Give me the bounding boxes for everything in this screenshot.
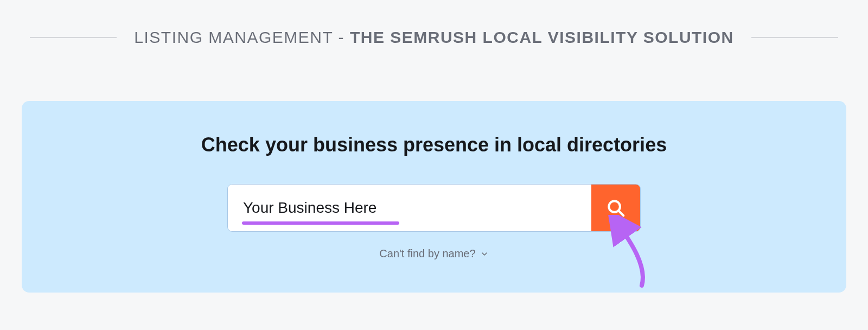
header-title-light: LISTING MANAGEMENT - — [134, 28, 350, 46]
hint-label: Can't find by name? — [379, 248, 475, 260]
header-title: LISTING MANAGEMENT - THE SEMRUSH LOCAL V… — [134, 28, 733, 47]
search-button[interactable] — [591, 185, 640, 231]
input-highlight-underline — [242, 221, 399, 225]
header-divider-right — [751, 37, 838, 38]
search-row — [228, 185, 640, 231]
chevron-down-icon — [480, 250, 489, 258]
cant-find-by-name-link[interactable]: Can't find by name? — [379, 248, 488, 260]
listing-search-panel: Check your business presence in local di… — [22, 101, 846, 293]
svg-line-1 — [618, 211, 623, 215]
header-title-bold: THE SEMRUSH LOCAL VISIBILITY SOLUTION — [350, 28, 734, 46]
header-divider-left — [30, 37, 117, 38]
search-icon — [605, 198, 626, 218]
panel-heading: Check your business presence in local di… — [201, 134, 667, 156]
page-header: LISTING MANAGEMENT - THE SEMRUSH LOCAL V… — [0, 0, 868, 47]
